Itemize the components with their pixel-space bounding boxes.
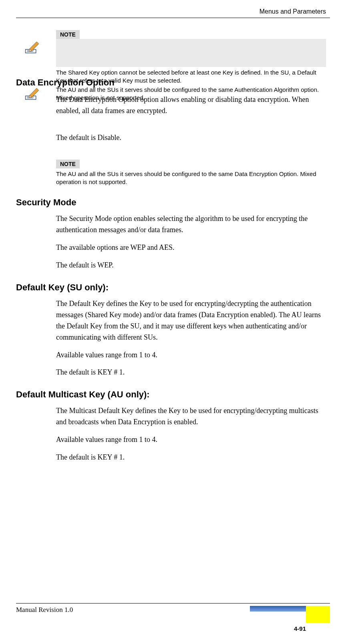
default-multicast-key-p2: Available values range from 1 to 4. — [56, 434, 326, 446]
overlay-para1: The Data Encryption Option option allows… — [56, 94, 326, 117]
header-title: Menus and Parameters — [16, 8, 330, 15]
footer-rule — [16, 603, 330, 603]
default-key-p2: Available values range from 1 to 4. — [56, 350, 326, 361]
footer-yellow-block — [306, 606, 330, 623]
header-rule — [16, 18, 330, 18]
footer-left-text: Manual Revision 1.0 — [16, 606, 73, 614]
security-mode-p1: The Security Mode option enables selecti… — [56, 213, 326, 236]
note-region-1: NOTE The Shared Key option cannot be sel… — [16, 30, 330, 102]
section-heading-default-key: Default Key (SU only): — [16, 282, 330, 293]
note-icon-2 — [24, 85, 41, 104]
footer-page-number: 4-91 — [250, 625, 330, 632]
footer-blue-bar — [250, 606, 306, 612]
default-multicast-key-p3: The default is KEY # 1. — [56, 452, 326, 463]
security-mode-p2: The available options are WEP and AES. — [56, 242, 326, 253]
note-icon — [24, 39, 41, 57]
note1-block: NOTE The Shared Key option cannot be sel… — [56, 30, 326, 102]
default-multicast-key-p1: The Multicast Default Key defines the Ke… — [56, 405, 326, 428]
default-key-p1: The Default Key defines the Key to be us… — [56, 298, 326, 343]
footer-right-container: 4-91 — [250, 606, 330, 632]
note2-label: NOTE — [56, 160, 80, 168]
section-heading-security-mode: Security Mode — [16, 197, 330, 208]
security-mode-p3: The default is WEP. — [56, 260, 326, 271]
note2-text: The AU and all the SUs it serves should … — [56, 170, 326, 186]
note2-block: NOTE The AU and all the SUs it serves sh… — [56, 160, 326, 186]
default-key-p3: The default is KEY # 1. — [56, 367, 326, 378]
overlay-para2: The default is Disable. — [56, 132, 326, 144]
footer: Manual Revision 1.0 4-91 — [16, 603, 330, 632]
note1-label: NOTE — [56, 30, 80, 39]
page: Menus and Parameters NOTE The Shared Key… — [0, 0, 346, 644]
section-heading-default-multicast-key: Default Multicast Key (AU only): — [16, 389, 330, 400]
